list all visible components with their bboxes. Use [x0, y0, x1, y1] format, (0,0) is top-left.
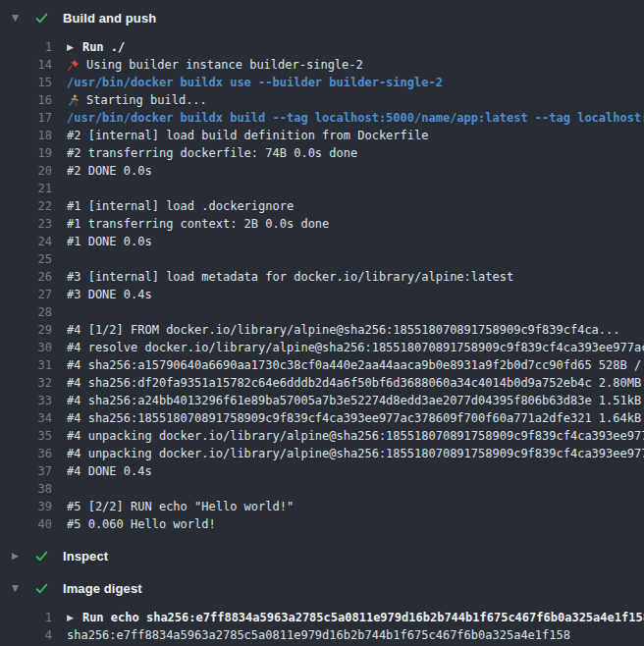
log-line: 4sha256:e7ff8834a5963a2785c5a0811e979d16… [0, 626, 644, 644]
line-text: #2 DONE 0.0s [67, 162, 152, 180]
line-text-content: #4 resolve docker.io/library/alpine@sha2… [67, 339, 644, 356]
line-number[interactable]: 21 [0, 180, 52, 197]
line-text-content: #4 unpacking docker.io/library/alpine@sh… [67, 445, 644, 462]
line-number[interactable]: 40 [0, 515, 52, 533]
line-number[interactable]: 15 [0, 74, 52, 91]
line-number[interactable]: 32 [0, 374, 52, 392]
line-text-content: #4 sha256:a15790640a6690aa1730c38cf0a440… [67, 356, 644, 374]
line-text-content: Using builder instance builder-single-2 [86, 56, 363, 74]
log-line: 22#1 [internal] load .dockerignore [0, 197, 644, 215]
line-number[interactable]: 19 [0, 144, 52, 162]
success-check-icon [34, 548, 50, 564]
line-number[interactable]: 31 [0, 356, 52, 374]
log-line: 19#2 transferring dockerfile: 74B 0.0s d… [0, 144, 644, 162]
line-text: /usr/bin/docker buildx build --tag local… [67, 109, 644, 127]
pushpin-icon [67, 59, 80, 72]
log-line: 14Using builder instance builder-single-… [0, 56, 644, 74]
line-text: #5 0.060 Hello world! [67, 515, 216, 533]
line-number[interactable]: 1 [0, 38, 52, 56]
log-section-inspect: ▶Inspect [0, 547, 644, 565]
line-text-content: sha256:e7ff8834a5963a2785c5a0811e979d16b… [67, 626, 570, 644]
workflow-log-viewer[interactable]: ▼Build and push1▶Run ./14Using builder i… [0, 0, 644, 644]
line-text: #3 [internal] load metadata for docker.i… [67, 268, 513, 286]
line-text: #4 [1/2] FROM docker.io/library/alpine@s… [67, 321, 620, 339]
line-number[interactable]: 22 [0, 197, 52, 215]
line-number[interactable]: 25 [0, 250, 52, 268]
check-icon [34, 11, 49, 26]
line-number[interactable]: 16 [0, 91, 52, 109]
line-text: Starting build... [67, 91, 207, 109]
success-check-icon [34, 580, 50, 596]
line-number[interactable]: 34 [0, 409, 52, 427]
line-text: #4 DONE 0.4s [67, 462, 152, 480]
line-number[interactable]: 39 [0, 498, 52, 515]
chevron-down-icon[interactable]: ▼ [12, 14, 27, 23]
chevron-right-icon[interactable]: ▶ [12, 552, 27, 561]
line-number[interactable]: 36 [0, 445, 52, 462]
line-text: /usr/bin/docker buildx use --builder bui… [67, 74, 443, 91]
line-number[interactable]: 24 [0, 233, 52, 250]
log-line: 1▶Run echo sha256:e7ff8834a5963a2785c5a0… [0, 609, 644, 626]
section-header-build-and-push[interactable]: ▼Build and push [0, 9, 644, 27]
line-number[interactable]: 18 [0, 127, 52, 144]
line-text-content: #4 DONE 0.4s [67, 462, 152, 480]
line-number[interactable]: 35 [0, 427, 52, 445]
line-number[interactable]: 33 [0, 392, 52, 409]
line-text-content: #3 DONE 0.4s [67, 286, 152, 303]
log-line: 33#4 sha256:a24bb4013296f61e89ba57005a7b… [0, 392, 644, 409]
log-line: 27#3 DONE 0.4s [0, 286, 644, 303]
line-text: #4 unpacking docker.io/library/alpine@sh… [67, 427, 644, 445]
log-line: 36#4 unpacking docker.io/library/alpine@… [0, 445, 644, 462]
section-title: Inspect [63, 549, 108, 564]
log-line: 35#4 unpacking docker.io/library/alpine@… [0, 427, 644, 445]
line-text-content: /usr/bin/docker buildx build --tag local… [67, 109, 644, 127]
log-line: 20#2 DONE 0.0s [0, 162, 644, 180]
line-text: Using builder instance builder-single-2 [67, 56, 363, 74]
log-section-image-digest: ▼Image digest1▶Run echo sha256:e7ff8834a… [0, 579, 644, 644]
line-text-content: #4 [1/2] FROM docker.io/library/alpine@s… [67, 321, 620, 339]
line-text-content: #4 unpacking docker.io/library/alpine@sh… [67, 427, 644, 445]
line-text-content: #5 [2/2] RUN echo "Hello world!" [67, 498, 294, 515]
line-number[interactable]: 4 [0, 626, 52, 644]
line-text: #4 unpacking docker.io/library/alpine@sh… [67, 445, 644, 462]
line-text: #5 [2/2] RUN echo "Hello world!" [67, 498, 294, 515]
log-lines: 1▶Run ./14Using builder instance builder… [0, 38, 644, 533]
line-text-content: #4 sha256:df20fa9351a15782c64e6dddb2d4a6… [67, 374, 644, 392]
line-number[interactable]: 26 [0, 268, 52, 286]
line-text-content: #2 DONE 0.0s [67, 162, 152, 180]
line-text: #1 DONE 0.0s [67, 233, 152, 250]
line-number[interactable]: 27 [0, 286, 52, 303]
line-number[interactable]: 17 [0, 109, 52, 127]
section-header-image-digest[interactable]: ▼Image digest [0, 579, 644, 597]
expand-arrow-icon[interactable]: ▶ [67, 609, 74, 626]
expand-arrow-icon[interactable]: ▶ [67, 38, 74, 56]
line-text: #3 DONE 0.4s [67, 286, 152, 303]
chevron-down-icon[interactable]: ▼ [12, 584, 27, 593]
log-line: 18#2 [internal] load build definition fr… [0, 127, 644, 144]
line-text-content: #3 [internal] load metadata for docker.i… [67, 268, 513, 286]
runner-icon [67, 94, 80, 107]
line-number[interactable]: 30 [0, 339, 52, 356]
line-number[interactable]: 38 [0, 480, 52, 498]
log-line: 31#4 sha256:a15790640a6690aa1730c38cf0a4… [0, 356, 644, 374]
line-number[interactable]: 1 [0, 609, 52, 626]
line-text-content: #1 [internal] load .dockerignore [67, 197, 294, 215]
section-header-inspect[interactable]: ▶Inspect [0, 547, 644, 565]
log-line: 17/usr/bin/docker buildx build --tag loc… [0, 109, 644, 127]
log-line: 26#3 [internal] load metadata for docker… [0, 268, 644, 286]
line-number[interactable]: 20 [0, 162, 52, 180]
log-section-build-and-push: ▼Build and push1▶Run ./14Using builder i… [0, 9, 644, 533]
line-number[interactable]: 23 [0, 215, 52, 233]
runner-icon-wrap [67, 94, 86, 107]
line-number[interactable]: 28 [0, 303, 52, 321]
line-text-content: #5 0.060 Hello world! [67, 515, 216, 533]
line-number[interactable]: 14 [0, 56, 52, 74]
log-line: 25 [0, 250, 644, 268]
line-number[interactable]: 29 [0, 321, 52, 339]
line-text: #1 transferring context: 2B 0.0s done [67, 215, 329, 233]
line-text: #2 transferring dockerfile: 74B 0.0s don… [67, 144, 357, 162]
log-line: 32#4 sha256:df20fa9351a15782c64e6dddb2d4… [0, 374, 644, 392]
log-line: 39#5 [2/2] RUN echo "Hello world!" [0, 498, 644, 515]
log-lines: 1▶Run echo sha256:e7ff8834a5963a2785c5a0… [0, 609, 644, 644]
line-number[interactable]: 37 [0, 462, 52, 480]
